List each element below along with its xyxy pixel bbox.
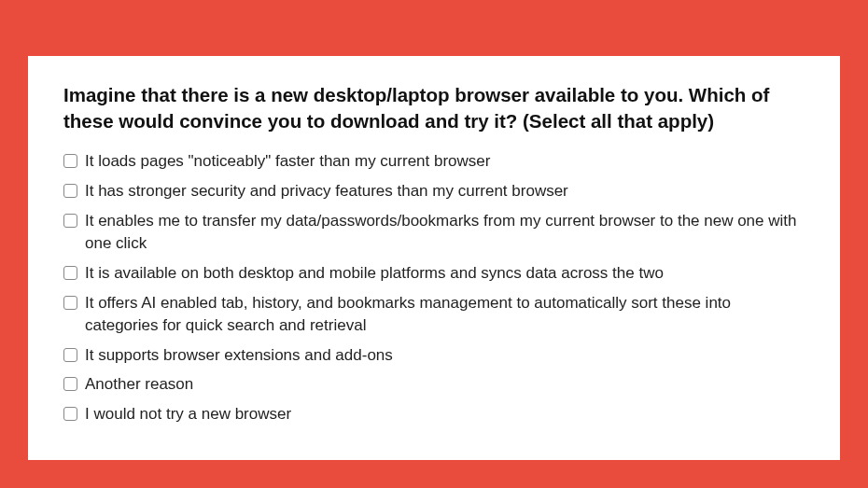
checkbox-1[interactable] (63, 184, 77, 198)
option-label-1[interactable]: It has stronger security and privacy fea… (85, 180, 568, 203)
checkbox-0[interactable] (63, 154, 77, 168)
checkbox-4[interactable] (63, 296, 77, 310)
option-label-7[interactable]: I would not try a new browser (85, 403, 291, 426)
option-list: It loads pages "noticeably" faster than … (63, 150, 805, 425)
option-label-0[interactable]: It loads pages "noticeably" faster than … (85, 150, 490, 174)
option-2: It enables me to transfer my data/passwo… (63, 210, 805, 256)
option-label-3[interactable]: It is available on both desktop and mobi… (85, 262, 664, 286)
option-7: I would not try a new browser (63, 403, 805, 426)
question-text: Imagine that there is a new desktop/lapt… (63, 82, 805, 133)
checkbox-6[interactable] (63, 377, 77, 391)
option-label-4[interactable]: It offers AI enabled tab, history, and b… (85, 292, 805, 338)
option-6: Another reason (63, 373, 805, 397)
option-5: It supports browser extensions and add-o… (63, 344, 805, 368)
checkbox-7[interactable] (63, 407, 77, 421)
checkbox-2[interactable] (63, 214, 77, 228)
option-label-6[interactable]: Another reason (85, 373, 193, 397)
option-0: It loads pages "noticeably" faster than … (63, 150, 805, 174)
checkbox-5[interactable] (63, 348, 77, 362)
survey-card: Imagine that there is a new desktop/lapt… (28, 56, 840, 460)
option-label-2[interactable]: It enables me to transfer my data/passwo… (85, 210, 805, 256)
option-4: It offers AI enabled tab, history, and b… (63, 292, 805, 338)
option-label-5[interactable]: It supports browser extensions and add-o… (85, 344, 393, 368)
checkbox-3[interactable] (63, 266, 77, 280)
option-1: It has stronger security and privacy fea… (63, 180, 805, 203)
option-3: It is available on both desktop and mobi… (63, 262, 805, 286)
